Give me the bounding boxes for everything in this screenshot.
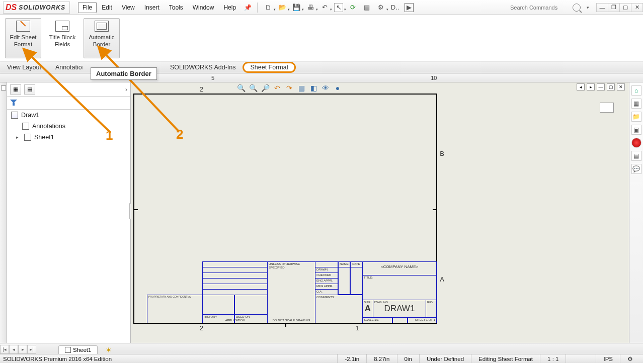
status-scale[interactable]: 1 : 1 [540, 354, 566, 363]
sheet-prev-icon[interactable]: ◂ [9, 345, 18, 354]
file-explorer-icon[interactable]: 📁 [631, 112, 641, 122]
rotate-right-icon[interactable]: ↷ [285, 83, 294, 93]
appearance-icon[interactable]: ● [333, 83, 342, 93]
tab-annotation[interactable]: Annotation [48, 62, 83, 72]
sheet-next-icon[interactable]: ▸ [18, 345, 27, 354]
tb-size-label: SIZE A [362, 300, 373, 318]
restore-button[interactable]: ❐ [608, 3, 620, 12]
new-icon[interactable]: 🗋 [264, 3, 273, 12]
callout-2: 2 [176, 127, 183, 142]
tree-detail-icon[interactable]: ▤ [24, 84, 35, 95]
search-dropdown-icon[interactable]: ▾ [583, 5, 593, 10]
zoom-area-icon[interactable]: 🔍 [249, 83, 258, 93]
sheet-last-icon[interactable]: ▸| [27, 345, 36, 354]
ruler-mark: 10 [431, 75, 437, 81]
menu-insert[interactable]: Insert [140, 2, 164, 13]
add-sheet-icon[interactable]: ✶ [103, 346, 115, 354]
expand-icon[interactable]: ▸ [16, 135, 21, 140]
search-box[interactable]: ▾ [510, 4, 596, 12]
menu-edit[interactable]: Edit [97, 2, 117, 13]
doc-next-icon[interactable]: ▸ [587, 83, 595, 90]
sheet-tab-sheet1[interactable]: Sheet1 [58, 345, 98, 354]
undo-icon[interactable]: ↶ [320, 3, 329, 12]
menu-window[interactable]: Window [188, 2, 219, 13]
left-gutter [0, 82, 7, 343]
tree-expand-icon[interactable]: › [125, 86, 127, 93]
menu-view[interactable]: View [117, 2, 139, 13]
btn-l1: Title Block [49, 34, 76, 41]
tree-root-draw1[interactable]: Draw1 [7, 110, 130, 121]
zoom-prev-icon[interactable]: 🔎 [261, 83, 270, 93]
tree-view-icon[interactable]: ▦ [10, 84, 21, 95]
home-icon[interactable]: ⌂ [631, 85, 641, 96]
btn-l2: Fields [55, 41, 70, 48]
save-icon[interactable]: 💾 [292, 3, 301, 12]
automatic-border-button[interactable]: Automatic Border [84, 18, 120, 58]
play-macro-icon[interactable]: ▶ [405, 3, 414, 12]
status-state: Under Defined [419, 354, 471, 363]
view-palette-icon[interactable]: ▣ [631, 125, 641, 135]
tb-scale: SCALE:1:1 [362, 317, 392, 323]
tab-solidworks-addins[interactable]: SOLIDWORKS Add-Ins [163, 62, 243, 72]
print-icon[interactable]: 🖶 [306, 3, 315, 12]
menu-help[interactable]: Help [219, 2, 240, 13]
drawing-canvas[interactable]: 🔍 🔍 🔎 ↶ ↷ ▦ ◧ 👁 ● ◂ ▸ — ▢ ✕ 2 2 1 B B A … [131, 82, 629, 343]
menu-tools[interactable]: Tools [165, 2, 188, 13]
sheet-tabs-bar: |◂ ◂ ▸ ▸| Sheet1 ✶ [0, 343, 643, 354]
annotations-icon [22, 123, 29, 130]
select-arrow-icon[interactable]: ↖ [334, 3, 343, 12]
tb-rev: REV [426, 300, 437, 318]
d-icon[interactable]: D.. [390, 3, 399, 12]
minimize-button[interactable]: — [596, 3, 608, 12]
zone-row-label: A [440, 276, 444, 283]
sheet-preview-thumb[interactable] [600, 103, 614, 113]
doc-close-icon[interactable]: ✕ [617, 83, 625, 90]
rebuild-icon[interactable]: ⟳ [348, 3, 357, 12]
task-pane: ⌂ ▦ 📁 ▣ ▤ 💬 [629, 82, 643, 343]
status-bar: SOLIDWORKS Premium 2016 x64 Edition -2.1… [0, 354, 643, 363]
status-settings-icon[interactable]: ⚙ [620, 354, 640, 363]
display-style-icon[interactable]: ◧ [309, 83, 318, 93]
status-units[interactable]: IPS [596, 354, 620, 363]
search-icon[interactable] [573, 4, 581, 12]
tree-node-label: Annotations [32, 123, 65, 130]
doc-prev-icon[interactable]: ◂ [577, 83, 585, 90]
pin-icon[interactable]: 📌 [241, 4, 255, 11]
tb-title: TITLE: [362, 275, 437, 300]
sheet-icon [24, 134, 31, 141]
section-view-icon[interactable]: ▦ [297, 83, 306, 93]
forum-icon[interactable]: 💬 [631, 164, 641, 174]
menu-file[interactable]: File [78, 2, 97, 13]
tb-dwgno: DWG. NO. DRAW1 [373, 300, 426, 318]
zoom-fit-icon[interactable]: 🔍 [236, 83, 246, 93]
search-input[interactable] [510, 5, 571, 11]
main-area: ▦ ▤ › Draw1 Annotations ▸ Sheet1 🔍 🔍 🔎 [0, 82, 643, 343]
edit-sheet-format-icon [16, 21, 30, 32]
doc-min-icon[interactable]: — [597, 83, 605, 90]
open-icon[interactable]: 📂 [278, 3, 287, 12]
gutter-tab[interactable] [1, 85, 6, 90]
tree-root-label: Draw1 [21, 112, 39, 119]
appearances-icon[interactable] [631, 138, 641, 148]
settings-gear-icon[interactable]: ⚙ [376, 3, 385, 12]
resources-icon[interactable]: ▦ [631, 99, 641, 109]
tb-comments: COMMENTS: [315, 295, 362, 323]
tooltip-automatic-border: Automatic Border [91, 67, 157, 80]
edit-sheet-format-button[interactable]: Edit Sheet Format [5, 18, 41, 58]
tab-view-layout[interactable]: View Layout [0, 62, 48, 72]
sheet-first-icon[interactable]: |◂ [0, 345, 9, 354]
zone-tick [134, 209, 138, 210]
title-block-fields-button[interactable]: Title Block Fields [44, 18, 81, 58]
rotate-left-icon[interactable]: ↶ [273, 83, 282, 93]
close-button[interactable]: ✕ [631, 3, 643, 12]
maximize-button[interactable]: ▢ [619, 3, 631, 12]
custom-props-icon[interactable]: ▤ [631, 151, 641, 161]
tree-filter[interactable] [7, 97, 130, 110]
doc-max-icon[interactable]: ▢ [607, 83, 615, 90]
tab-sheet-format[interactable]: Sheet Format [243, 62, 296, 73]
app-logo-text: SOLIDWORKS [19, 4, 65, 11]
tb-notscale: DO NOT SCALE DRAWING [267, 318, 315, 323]
title-block[interactable]: PROPRIETARY AND CONFIDENTIAL HISTORY USE… [147, 261, 437, 323]
hide-show-icon[interactable]: 👁 [321, 83, 330, 93]
options-list-icon[interactable]: ▤ [362, 3, 371, 12]
